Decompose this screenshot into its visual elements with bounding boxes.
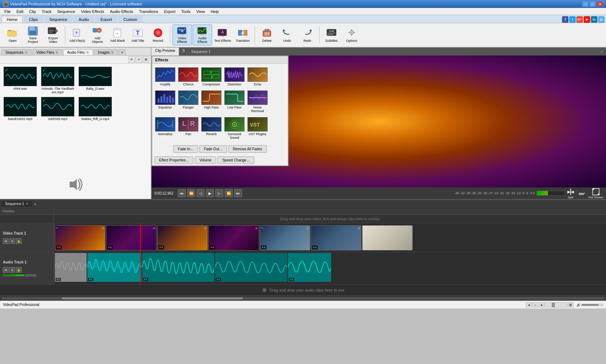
audio-clip-teal-3[interactable]: FX	[215, 253, 287, 282]
menu-help[interactable]: Help	[208, 9, 222, 14]
video-clip[interactable]: ✕ FX ✂	[55, 225, 105, 250]
effect-noise-removal[interactable]: Noise Removal	[247, 89, 268, 114]
video-clip[interactable]: ✕ FX	[157, 225, 208, 250]
menu-audio-effects[interactable]: Audio Effects	[107, 9, 136, 14]
timeline-scrollbar[interactable]	[0, 296, 606, 301]
step-back-button[interactable]: ⏪	[187, 189, 195, 197]
go-to-end-button[interactable]: ⏭	[234, 189, 242, 197]
split-button[interactable]: Split	[567, 188, 575, 199]
list-item[interactable]: bassEm031.mp3	[3, 97, 38, 121]
title-bar-controls[interactable]: ─ □ ✕	[582, 1, 603, 7]
zoom-fit-button[interactable]: ↔	[532, 302, 538, 307]
video-clip[interactable]: ✕ FX	[208, 225, 259, 250]
audio-files-tab[interactable]: Audio Files ⑤	[63, 49, 93, 55]
effect-chorus[interactable]: Chorus	[177, 66, 199, 88]
effect-amplify[interactable]: Amplify	[154, 66, 176, 88]
export-video-button[interactable]: Export Video	[43, 25, 63, 45]
speed-change-button[interactable]: Speed Change...	[218, 156, 254, 164]
audio-track-solo[interactable]: S	[9, 267, 15, 273]
add-files-button[interactable]: + Add File(s)	[67, 25, 87, 45]
audio-clip-teal-4[interactable]: FX	[288, 253, 331, 282]
sequence-tab-preview[interactable]: S	[179, 48, 189, 56]
add-sequence-button[interactable]: +	[34, 201, 36, 207]
play-button[interactable]: ▶	[206, 189, 214, 197]
tab-sequence[interactable]: Sequence	[44, 16, 73, 23]
effect-vst-plugins[interactable]: VST VST Plugins	[247, 116, 268, 141]
menu-track[interactable]: Track	[39, 9, 54, 14]
transition-button[interactable]: ⇄ Transition	[233, 25, 252, 45]
record-button[interactable]: Record	[148, 25, 168, 45]
step-forward-button[interactable]: ⏩	[225, 189, 233, 197]
list-item[interactable]: ✓ GtrE035.mp3	[40, 97, 75, 121]
zoom-in-button[interactable]: ▸	[539, 302, 545, 307]
remove-all-fades-button[interactable]: Remove All Fades	[228, 145, 267, 153]
master-volume-slider[interactable]	[581, 304, 603, 306]
grid-view-btn[interactable]: ⊞	[143, 56, 149, 63]
tab-audio[interactable]: Audio	[73, 16, 94, 23]
effect-distortion[interactable]: Distortion	[224, 66, 245, 88]
tab-custom[interactable]: Custom	[118, 16, 142, 23]
tab-clips[interactable]: Clips	[23, 16, 43, 23]
add-title-button[interactable]: T Add Title	[128, 25, 148, 45]
fullscreen-button[interactable]: Full Screen	[589, 188, 603, 199]
menu-video-effects[interactable]: Video Effects	[78, 9, 107, 14]
video-clip[interactable]: ✕ FX	[311, 225, 361, 250]
clip-delete-icon[interactable]: ✕	[101, 226, 104, 230]
video-track-mute[interactable]: M	[3, 238, 9, 244]
menu-view[interactable]: View	[193, 9, 208, 14]
maximize-preview-button[interactable]: ⤢	[597, 48, 606, 56]
redo-button[interactable]: Redo	[298, 25, 317, 45]
video-track-lock[interactable]: 🔒	[16, 238, 22, 244]
menu-transitions[interactable]: Transitions	[136, 9, 161, 14]
video-clip[interactable]: ✕ FX ✂	[260, 225, 310, 250]
audio-effects-button[interactable]: FX Audio Effects	[193, 25, 212, 45]
delete-file-btn[interactable]: ✕	[128, 56, 135, 63]
frame-back-button[interactable]: ◁	[197, 189, 205, 197]
audio-track-lock[interactable]: 🔒	[16, 267, 22, 273]
share-icon[interactable]: @	[598, 16, 605, 23]
images-tab[interactable]: Images ⑤	[94, 49, 118, 55]
zoom-max-button[interactable]: ⊞	[568, 302, 574, 307]
sequence-1-tab[interactable]: Sequence 1 ✕	[1, 201, 32, 207]
audio-volume-slider[interactable]	[3, 274, 25, 276]
clip-delete-icon[interactable]: ✕	[357, 226, 360, 230]
effect-surround-sound[interactable]: Surround Sound	[224, 116, 245, 141]
audio-clip-teal[interactable]: FX	[87, 253, 141, 282]
audio-clip-grey[interactable]: FX	[55, 253, 87, 282]
tab-export[interactable]: Export	[95, 16, 117, 23]
clip-delete-icon[interactable]: ✕	[255, 226, 258, 230]
list-item[interactable]: ✓ Animals -The Yardbarkers.mp3	[40, 67, 75, 94]
menu-export[interactable]: Export	[161, 9, 179, 14]
menu-edit[interactable]: Edit	[14, 9, 26, 14]
minimize-button[interactable]: ─	[582, 1, 589, 7]
close-sequence-button[interactable]: ✕	[26, 202, 28, 206]
open-button[interactable]: Open	[3, 25, 22, 45]
undo-button[interactable]: Undo	[277, 25, 297, 45]
360-button[interactable]: 360°	[578, 189, 586, 197]
clip-delete-icon[interactable]: ✕	[204, 226, 207, 230]
effect-compressor[interactable]: Compressor	[201, 66, 222, 88]
effect-equalizer[interactable]: Equalizer	[154, 89, 176, 114]
volume-button[interactable]: Volume	[195, 156, 216, 164]
clip-preview-tab[interactable]: Clip Preview	[152, 48, 179, 56]
delete-button[interactable]: Delete	[257, 25, 277, 45]
twitter-icon[interactable]: t	[569, 16, 576, 23]
audio-clip-teal-2[interactable]: FX	[142, 253, 214, 282]
close-button[interactable]: ✕	[597, 1, 603, 7]
effect-properties-button[interactable]: Effect Properties...	[154, 156, 193, 164]
menu-tools[interactable]: Tools	[179, 9, 194, 14]
zoom-slider[interactable]	[545, 302, 567, 307]
tab-home[interactable]: Home	[1, 16, 23, 23]
effect-reverb[interactable]: Reverb	[201, 116, 222, 141]
save-project-button[interactable]: Save Project	[23, 25, 43, 45]
video-track-solo[interactable]: S	[9, 238, 15, 244]
scroll-thumb[interactable]	[62, 297, 243, 299]
add-blank-button[interactable]: + Add Blank	[108, 25, 127, 45]
list-item[interactable]: Wakka_Riff_D.mp3	[78, 97, 113, 121]
facebook-icon[interactable]: f	[562, 16, 568, 23]
fade-in-button[interactable]: Fade In...	[173, 145, 198, 153]
go-to-start-button[interactable]: ⏮	[178, 189, 186, 197]
effect-flanger[interactable]: Flanger	[177, 89, 199, 114]
list-item[interactable]: Baby_D.wav	[78, 67, 113, 94]
clip-delete-icon[interactable]: ✕	[409, 226, 412, 230]
